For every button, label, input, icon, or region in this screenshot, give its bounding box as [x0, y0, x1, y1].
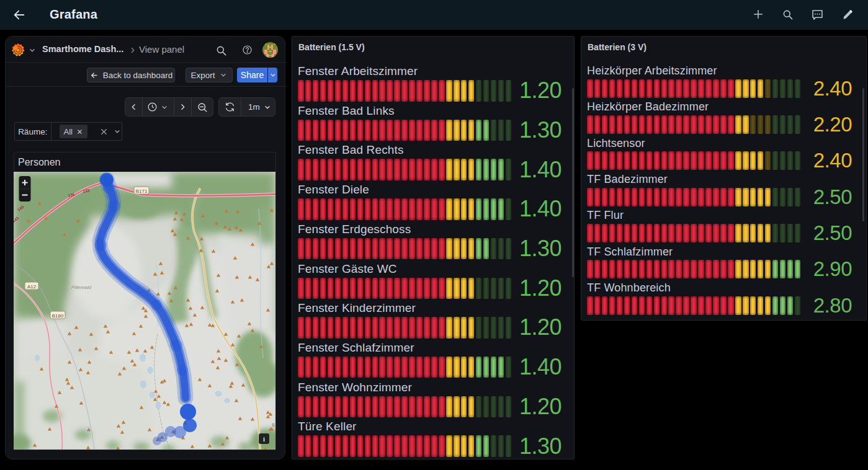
svg-text:S: S — [272, 422, 275, 428]
svg-text:Pillerwald: Pillerwald — [71, 285, 92, 290]
svg-text:A12: A12 — [27, 284, 37, 290]
svg-text:B180: B180 — [52, 313, 64, 319]
svg-text:B171: B171 — [136, 188, 148, 194]
svg-text:i: i — [263, 435, 265, 443]
